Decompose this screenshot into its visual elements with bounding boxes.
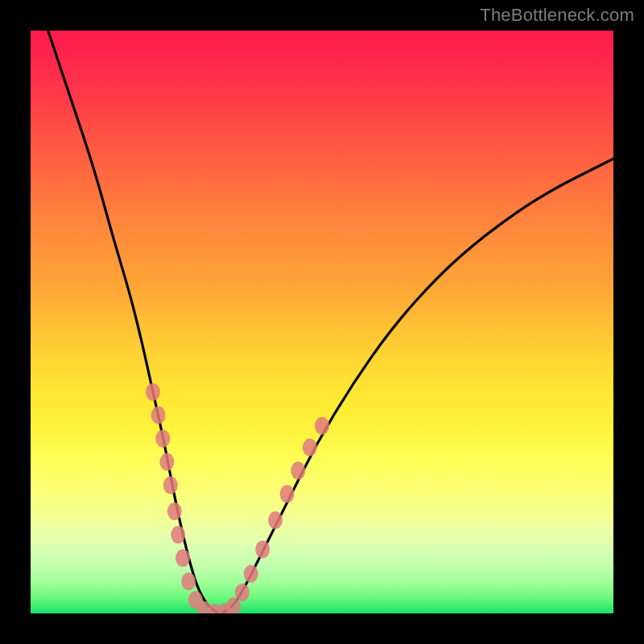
highlight-bead xyxy=(171,526,185,543)
plot-area xyxy=(31,31,613,613)
bottleneck-curve xyxy=(48,31,613,613)
watermark-text: TheBottleneck.com xyxy=(480,5,634,26)
highlight-bead xyxy=(235,584,250,601)
highlight-bead xyxy=(155,430,170,448)
highlight-bead xyxy=(280,485,295,503)
highlight-bead xyxy=(159,453,174,471)
highlight-beads-group xyxy=(146,383,329,613)
highlight-bead xyxy=(255,540,270,558)
highlight-bead xyxy=(303,439,317,456)
highlight-bead xyxy=(315,417,329,435)
highlight-bead xyxy=(146,383,160,401)
highlight-bead xyxy=(181,572,196,590)
chart-frame: TheBottleneck.com xyxy=(0,0,644,644)
highlight-bead xyxy=(167,502,182,520)
highlight-bead xyxy=(163,477,178,494)
highlight-bead xyxy=(268,511,283,529)
highlight-bead xyxy=(291,462,305,480)
highlight-bead xyxy=(244,565,258,583)
curve-layer xyxy=(31,31,613,613)
highlight-bead xyxy=(175,549,190,567)
highlight-bead xyxy=(151,407,166,424)
